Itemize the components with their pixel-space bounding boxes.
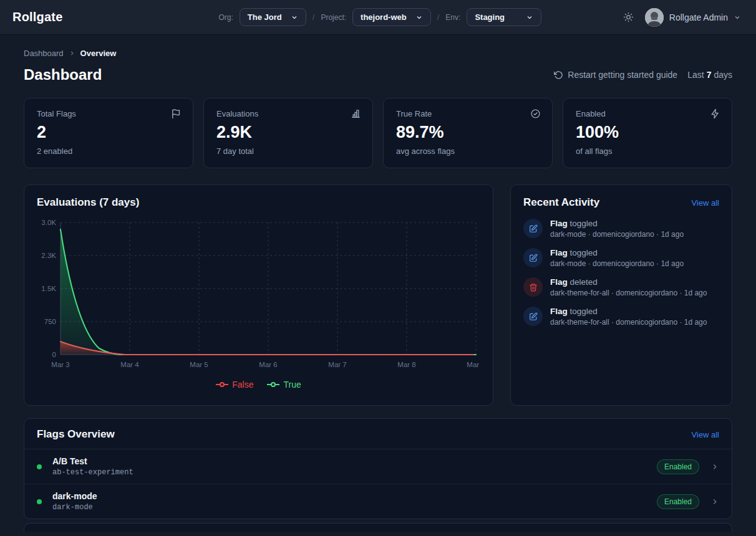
chevron-right-icon[interactable] xyxy=(710,497,719,506)
flag-name: dark-mode xyxy=(52,491,97,501)
y-tick: 1.5K xyxy=(41,285,56,292)
legend-marker-false xyxy=(216,381,228,388)
stat-sub: 7 day total xyxy=(216,146,360,156)
stat-cards: Total Flags 2 2 enabled Evaluations 2.9K… xyxy=(24,98,732,168)
stat-card-total-flags: Total Flags 2 2 enabled xyxy=(24,98,193,168)
legend-item-true[interactable]: True xyxy=(267,380,301,390)
restart-guide-label: Restart getting started guide xyxy=(568,70,677,80)
top-nav: Rollgate Org: The Jord / Project: thejor… xyxy=(0,0,756,35)
activity-list: Flag toggled dark-mode · domenicogiordan… xyxy=(523,219,719,327)
evaluations-chart-card: Evaluations (7 days) xyxy=(24,184,493,406)
separator: / xyxy=(313,12,315,22)
stat-value: 100% xyxy=(576,123,719,142)
status-badge: Enabled xyxy=(657,494,699,509)
flags-view-all-link[interactable]: View all xyxy=(691,430,719,439)
x-tick: Mar 8 xyxy=(397,361,415,368)
lightning-icon xyxy=(710,108,720,122)
activity-item[interactable]: Flag toggled dark-theme-for-all · domeni… xyxy=(523,307,719,327)
stat-label: Enabled xyxy=(576,109,719,118)
flags-overview-card: Flags Overview View all A/B Test ab-test… xyxy=(24,418,732,519)
chevron-right-icon xyxy=(69,50,75,57)
chart-legend: False True xyxy=(37,380,480,390)
rotate-ccw-icon xyxy=(554,70,563,80)
org-label: Org: xyxy=(219,13,233,22)
org-select-value: The Jord xyxy=(248,12,282,22)
x-tick: Mar 7 xyxy=(328,361,346,368)
series-false-area xyxy=(61,342,476,355)
status-dot xyxy=(37,499,42,504)
chevron-down-icon xyxy=(526,14,533,21)
series-false-line xyxy=(61,342,473,355)
stat-sub: avg across flags xyxy=(396,146,540,156)
chevron-down-icon xyxy=(734,14,741,21)
edit-icon xyxy=(523,307,543,326)
middle-row: Evaluations (7 days) xyxy=(24,184,732,406)
y-tick: 750 xyxy=(44,318,56,325)
activity-view-all-link[interactable]: View all xyxy=(691,198,719,208)
activity-meta: dark-theme-for-all · domenicogiordano · … xyxy=(550,318,707,327)
activity-verb: toggled xyxy=(570,219,598,228)
recent-activity-card: Recent Activity View all Flag toggled da… xyxy=(510,184,732,406)
stat-sub: of all flags xyxy=(576,146,719,156)
context-switchers: Org: The Jord / Project: thejord-web / E… xyxy=(219,8,542,26)
stat-label: True Rate xyxy=(396,109,540,118)
env-select[interactable]: Staging xyxy=(467,8,541,26)
stat-sub: 2 enabled xyxy=(37,146,180,156)
flag-key: dark-mode xyxy=(52,503,97,512)
activity-title: Recent Activity xyxy=(523,196,599,209)
x-tick: Mar 5 xyxy=(190,361,208,368)
range-suffix: days xyxy=(714,70,732,80)
org-select[interactable]: The Jord xyxy=(240,8,306,26)
page-title: Dashboard xyxy=(24,66,102,84)
flag-name: A/B Test xyxy=(52,456,133,466)
activity-item[interactable]: Flag deleted dark-theme-for-all · domeni… xyxy=(523,277,719,297)
activity-verb: deleted xyxy=(570,277,598,287)
activity-item[interactable]: Flag toggled dark-mode · domenicogiordan… xyxy=(523,248,719,268)
theme-toggle-button[interactable] xyxy=(621,9,636,25)
edit-icon xyxy=(523,219,543,238)
activity-verb: toggled xyxy=(570,248,598,257)
nav-right: Rollgate Admin xyxy=(621,8,741,27)
area-chart-canvas[interactable]: 3.0K 2.3K 1.5K 750 0 Mar 3 Mar 4 Mar 5 M… xyxy=(37,216,480,371)
chevron-down-icon xyxy=(291,14,298,21)
user-name: Rollgate Admin xyxy=(669,12,728,22)
activity-subject: Flag xyxy=(550,219,568,228)
chevron-right-icon[interactable] xyxy=(710,462,719,471)
activity-verb: toggled xyxy=(570,307,598,316)
flag-row-dark-mode[interactable]: dark-mode dark-mode Enabled xyxy=(24,484,732,519)
flag-row-ab-test[interactable]: A/B Test ab-test-experiment Enabled xyxy=(24,449,732,484)
user-menu[interactable]: Rollgate Admin xyxy=(645,8,741,27)
legend-label-false: False xyxy=(232,380,253,390)
x-axis-labels: Mar 3 Mar 4 Mar 5 Mar 6 Mar 7 Mar 8 Mar … xyxy=(51,361,480,368)
x-tick: Mar 3 xyxy=(51,361,69,368)
next-section-card-edge xyxy=(24,523,732,532)
user-avatar xyxy=(645,8,664,27)
breadcrumb: Dashboard Overview xyxy=(24,49,732,58)
stat-value: 89.7% xyxy=(396,123,540,142)
restart-guide-button[interactable]: Restart getting started guide xyxy=(554,70,677,80)
y-tick: 2.3K xyxy=(41,252,56,259)
project-select[interactable]: thejord-web xyxy=(352,8,431,26)
bar-chart-icon xyxy=(351,108,361,122)
separator: / xyxy=(437,12,440,22)
x-tick: Mar 4 xyxy=(120,361,139,368)
evaluations-chart: 3.0K 2.3K 1.5K 750 0 Mar 3 Mar 4 Mar 5 M… xyxy=(37,216,480,390)
env-select-value: Staging xyxy=(475,12,505,22)
flag-icon xyxy=(171,108,182,122)
legend-marker-true xyxy=(267,381,279,388)
stat-value: 2.9K xyxy=(216,123,360,142)
env-label: Env: xyxy=(445,13,460,22)
status-dot xyxy=(37,464,42,469)
stat-card-enabled: Enabled 100% of all flags xyxy=(563,98,732,168)
avatar-photo-icon xyxy=(645,8,664,27)
chart-title: Evaluations (7 days) xyxy=(37,196,480,209)
activity-subject: Flag xyxy=(550,248,568,257)
activity-item[interactable]: Flag toggled dark-mode · domenicogiordan… xyxy=(523,219,719,239)
date-range[interactable]: Last 7 days xyxy=(687,70,732,80)
stat-value: 2 xyxy=(37,123,180,142)
stat-label: Total Flags xyxy=(37,109,180,118)
flags-title: Flags Overview xyxy=(37,428,115,441)
x-tick: Mar 9 xyxy=(467,361,480,368)
breadcrumb-dashboard[interactable]: Dashboard xyxy=(24,49,64,58)
legend-item-false[interactable]: False xyxy=(216,380,253,390)
